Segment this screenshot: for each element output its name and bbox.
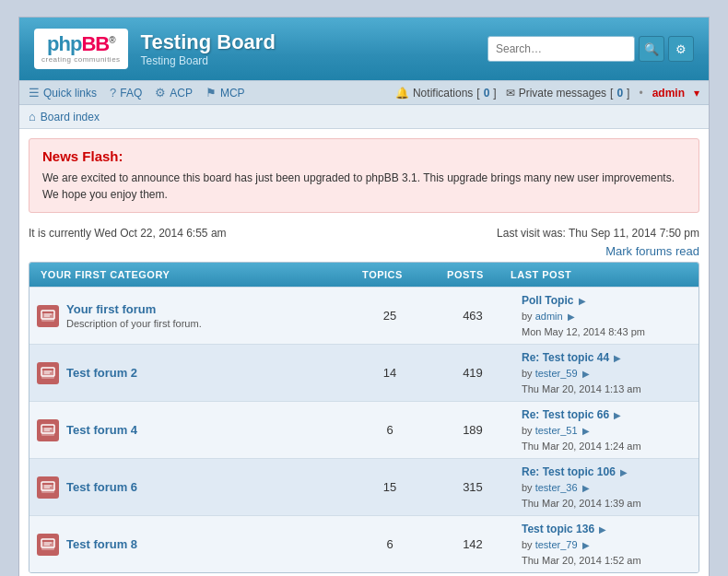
dropdown-icon[interactable]: ▾ bbox=[694, 87, 699, 100]
forum-info: Test forum 8 bbox=[66, 537, 137, 551]
pm-item: ✉ Private messages [0] bbox=[506, 87, 630, 100]
posts-count: 419 bbox=[463, 366, 483, 380]
advanced-search-button[interactable]: ⚙ bbox=[668, 36, 694, 62]
forum-name-link[interactable]: Test forum 6 bbox=[66, 480, 137, 494]
search-button[interactable]: 🔍 bbox=[639, 36, 664, 62]
acp-label: ACP bbox=[170, 87, 193, 100]
table-row: Your first forum Description of your fir… bbox=[29, 287, 699, 344]
search-input[interactable] bbox=[487, 36, 635, 62]
mcp-icon: ⚑ bbox=[205, 86, 217, 100]
lastpost-user-link[interactable]: tester_51 bbox=[535, 425, 578, 436]
nav-right: 🔔 Notifications [0] ✉ Private messages [… bbox=[395, 87, 699, 100]
forum-name-link[interactable]: Your first forum bbox=[66, 302, 202, 316]
lastpost-view-icon: ▶ bbox=[599, 524, 606, 535]
topics-count: 6 bbox=[386, 423, 393, 437]
topics-count: 25 bbox=[383, 309, 396, 323]
notifications-item: 🔔 Notifications [0] bbox=[395, 87, 497, 100]
forum-name-cell: Test forum 6 bbox=[29, 459, 348, 515]
separator: • bbox=[639, 87, 642, 100]
home-icon: ⌂ bbox=[29, 110, 36, 123]
acp-icon: ⚙ bbox=[155, 86, 166, 100]
board-index-link[interactable]: Board index bbox=[41, 111, 100, 123]
nav-left: ☰ Quick links ? FAQ ⚙ ACP ⚑ MCP bbox=[29, 86, 245, 100]
posts-cell: 463 bbox=[431, 288, 514, 344]
forum-name-cell: Test forum 2 bbox=[29, 345, 348, 401]
lastpost-title-link[interactable]: Poll Topic bbox=[522, 294, 573, 307]
lastpost-date: Thu Mar 20, 2014 1:39 am bbox=[522, 496, 691, 511]
posts-count: 189 bbox=[463, 423, 483, 437]
lastpost-by-text: by tester_59 ▶ bbox=[522, 366, 691, 382]
breadcrumb-bar: ⌂ Board index bbox=[19, 105, 709, 129]
search-icon: 🔍 bbox=[644, 42, 659, 56]
forum-name-link[interactable]: Test forum 8 bbox=[66, 537, 137, 551]
topics-cell: 6 bbox=[348, 516, 431, 572]
quick-links-menu[interactable]: ☰ Quick links bbox=[29, 86, 97, 100]
lastpost-view-icon: ▶ bbox=[620, 467, 628, 477]
posts-count: 463 bbox=[463, 309, 483, 323]
search-area: 🔍 ⚙ bbox=[487, 36, 694, 62]
gear-icon: ⚙ bbox=[675, 42, 687, 56]
lastpost-date: Thu Mar 20, 2014 1:24 am bbox=[522, 439, 691, 454]
mcp-link[interactable]: ⚑ MCP bbox=[205, 86, 245, 100]
faq-link[interactable]: ? FAQ bbox=[110, 86, 142, 100]
lastpost-date: Thu Mar 20, 2014 1:13 am bbox=[522, 382, 691, 397]
forum-info: Test forum 4 bbox=[66, 423, 137, 437]
forum-info: Your first forum Description of your fir… bbox=[66, 302, 202, 329]
lastpost-title-link[interactable]: Re: Test topic 106 bbox=[522, 465, 616, 478]
site-header: phpBB® creating communities Testing Boar… bbox=[19, 18, 709, 80]
forum-name-link[interactable]: Test forum 2 bbox=[66, 366, 137, 380]
forum-info: Test forum 2 bbox=[66, 366, 137, 380]
posts-count: 142 bbox=[463, 537, 483, 551]
admin-user-link[interactable]: admin bbox=[652, 87, 685, 100]
user-view-icon: ▶ bbox=[582, 483, 590, 493]
lastpost-date: Thu Mar 20, 2014 1:52 am bbox=[522, 553, 691, 569]
info-bar: It is currently Wed Oct 22, 2014 6:55 am… bbox=[19, 222, 709, 244]
topics-cell: 15 bbox=[348, 459, 431, 515]
posts-cell: 142 bbox=[431, 516, 514, 572]
lastpost-cell: Re: Test topic 106 ▶ by tester_36 ▶ Thu … bbox=[514, 459, 699, 515]
topics-count: 14 bbox=[383, 366, 396, 380]
last-visit: Last visit was: Thu Sep 11, 2014 7:50 pm bbox=[497, 227, 699, 240]
lastpost-user-link[interactable]: tester_36 bbox=[535, 482, 578, 493]
forum-name-cell: Test forum 4 bbox=[29, 402, 348, 458]
faq-label: FAQ bbox=[120, 87, 142, 100]
logo-sub: creating communities bbox=[41, 55, 121, 64]
lastpost-by-text: by tester_79 ▶ bbox=[522, 537, 691, 553]
lastpost-cell: Re: Test topic 44 ▶ by tester_59 ▶ Thu M… bbox=[514, 345, 699, 401]
newsflash-body: We are excited to announce this board ha… bbox=[42, 170, 686, 203]
quick-links-label: Quick links bbox=[43, 87, 97, 100]
topics-cell: 25 bbox=[348, 288, 431, 344]
posts-cell: 189 bbox=[431, 402, 514, 458]
user-view-icon: ▶ bbox=[582, 426, 590, 436]
lastpost-title-link[interactable]: Test topic 136 bbox=[522, 523, 594, 535]
lastpost-by-text: by tester_36 ▶ bbox=[522, 480, 691, 496]
posts-col-header: POSTS bbox=[424, 267, 507, 282]
forum-unread-icon bbox=[37, 362, 59, 384]
lastpost-user-link[interactable]: admin bbox=[535, 311, 563, 322]
forum-desc: Description of your first forum. bbox=[66, 318, 202, 329]
topics-count: 6 bbox=[386, 537, 393, 551]
lastpost-cell: Test topic 136 ▶ by tester_79 ▶ Thu Mar … bbox=[514, 516, 699, 572]
lastpost-title-link[interactable]: Re: Test topic 66 bbox=[522, 408, 609, 421]
lastpost-user-link[interactable]: tester_79 bbox=[535, 539, 578, 550]
envelope-icon: ✉ bbox=[506, 87, 515, 100]
topics-cell: 14 bbox=[348, 345, 431, 401]
category-col-header: YOUR FIRST CATEGORY bbox=[37, 267, 341, 282]
mark-forums-read-link[interactable]: Mark forums read bbox=[605, 244, 699, 258]
topics-count: 15 bbox=[383, 480, 396, 494]
forum-info: Test forum 6 bbox=[66, 480, 137, 494]
forum-name-cell: Your first forum Description of your fir… bbox=[29, 288, 348, 344]
pm-label: Private messages bbox=[519, 87, 606, 100]
forum-name-link[interactable]: Test forum 4 bbox=[66, 423, 137, 437]
acp-link[interactable]: ⚙ ACP bbox=[155, 86, 193, 100]
lastpost-user-link[interactable]: tester_59 bbox=[535, 368, 578, 379]
board-title: Testing Board bbox=[141, 30, 276, 54]
table-row: Test forum 8 6 142 Test topic 136 ▶ by t… bbox=[29, 515, 699, 572]
lastpost-by-text: by admin ▶ bbox=[522, 309, 691, 324]
user-view-icon: ▶ bbox=[582, 369, 590, 379]
lastpost-title-link[interactable]: Re: Test topic 44 bbox=[522, 351, 609, 364]
lastpost-cell: Poll Topic ▶ by admin ▶ Mon May 12, 2014… bbox=[514, 288, 699, 344]
table-row: Test forum 6 15 315 Re: Test topic 106 ▶… bbox=[29, 458, 699, 515]
pm-count[interactable]: 0 bbox=[616, 87, 623, 100]
notifications-count[interactable]: 0 bbox=[484, 87, 490, 100]
